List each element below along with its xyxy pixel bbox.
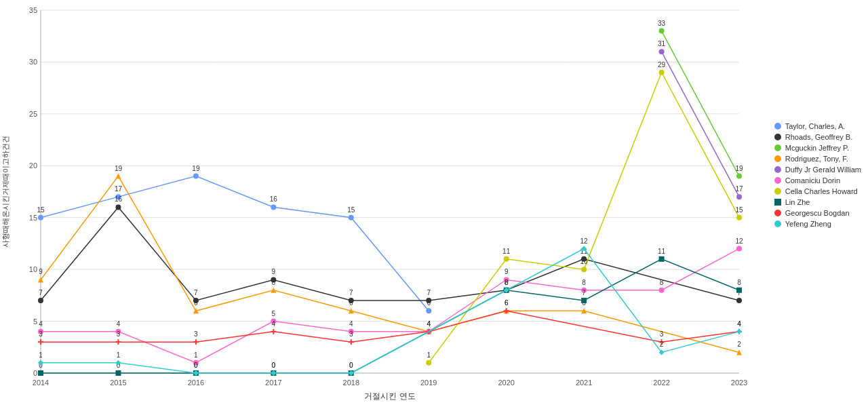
legend-item: Rhoads, Geoffrey B. bbox=[774, 133, 861, 141]
legend-label: Rodriguez, Tony, F. bbox=[785, 155, 848, 163]
chart-container: Taylor, Charles, A.Rhoads, Geoffrey B.Mc… bbox=[0, 0, 868, 407]
legend-item: Comaniciu Dorin bbox=[774, 176, 861, 185]
legend-label: Georgescu Bogdan bbox=[785, 209, 850, 217]
legend-item: Mcguckin Jeffrey P. bbox=[774, 144, 861, 152]
chart-canvas bbox=[0, 0, 868, 407]
legend-item: Lin Zhe bbox=[774, 198, 861, 206]
legend-label: Lin Zhe bbox=[785, 198, 810, 206]
legend-label: Comaniciu Dorin bbox=[785, 176, 840, 185]
legend-item: Duffy Jr Gerald William bbox=[774, 166, 861, 174]
legend-label: Yefeng Zheng bbox=[785, 220, 831, 228]
legend-label: Mcguckin Jeffrey P. bbox=[785, 144, 849, 152]
chart-legend: Taylor, Charles, A.Rhoads, Geoffrey B.Mc… bbox=[774, 122, 861, 231]
legend-item: Rodriguez, Tony, F. bbox=[774, 155, 861, 163]
legend-label: Rhoads, Geoffrey B. bbox=[785, 133, 852, 141]
legend-label: Cella Charles Howard bbox=[785, 187, 858, 195]
legend-item: Yefeng Zheng bbox=[774, 220, 861, 228]
legend-item: Taylor, Charles, A. bbox=[774, 122, 861, 130]
legend-item: Georgescu Bogdan bbox=[774, 209, 861, 217]
legend-label: Taylor, Charles, A. bbox=[785, 122, 846, 130]
legend-label: Duffy Jr Gerald William bbox=[785, 166, 861, 174]
legend-item: Cella Charles Howard bbox=[774, 187, 861, 195]
